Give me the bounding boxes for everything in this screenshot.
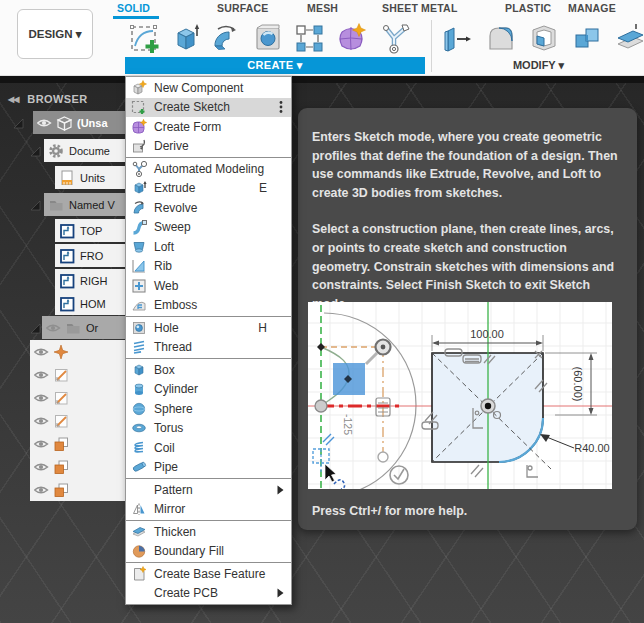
visibility-eye-icon[interactable] [33,439,49,449]
menu-item-label: Loft [154,240,291,254]
origin-point-icon [53,344,69,360]
browser-row[interactable] [30,478,127,501]
browser-row[interactable] [30,363,127,386]
menu-item-create-base-feature[interactable]: Create Base Feature [126,564,291,584]
menu-item-torus[interactable]: Torus [126,419,291,439]
shell-tool-button[interactable] [526,20,562,56]
tree-expander-icon[interactable] [29,144,42,157]
modify-panel-dropdown[interactable]: MODIFY ▾ [433,57,644,74]
menu-item-create-sketch[interactable]: Create Sketch [126,98,291,118]
menu-item-thicken[interactable]: Thicken [126,522,291,542]
extrude-tool-button[interactable] [168,20,204,56]
browser-row-or[interactable]: Or [42,316,127,339]
menu-item-revolve[interactable]: Revolve [126,198,291,218]
menu-item-create-pcb[interactable]: Create PCB [126,584,291,604]
browser-row[interactable] [30,340,127,363]
browser-row[interactable] [30,409,127,432]
menu-item-boundary-fill[interactable]: Boundary Fill [126,542,291,562]
menu-item-coil[interactable]: Coil [126,438,291,458]
visibility-eye-icon[interactable] [33,462,49,472]
visibility-eye-icon[interactable] [33,370,49,380]
browser-row[interactable] [30,386,127,409]
workspace-switcher-button[interactable]: DESIGN ▾ [17,9,93,59]
tab-sheet-metal[interactable]: SHEET METAL [382,2,458,17]
browser-row[interactable] [30,455,127,478]
menu-item-cylinder[interactable]: Cylinder [126,380,291,400]
menu-item-loft[interactable]: Loft [126,237,291,257]
menu-item-rib[interactable]: Rib [126,257,291,277]
fillet-tool-button[interactable] [483,20,519,56]
menu-item-create-form[interactable]: Create Form [126,117,291,137]
offset-dimension-label: -125 [342,414,354,435]
fusion-window: DESIGN ▾ SOLIDSURFACEMESHSHEET METALPLAS… [0,0,644,623]
menu-item-label: Revolve [154,201,291,215]
kebab-menu-icon[interactable] [278,100,284,114]
visibility-eye-icon[interactable] [33,416,49,426]
browser-row-top[interactable]: TOP [55,219,127,242]
named-view-icon [59,296,75,312]
visibility-eye-icon[interactable] [33,485,49,495]
tab-plastic[interactable]: PLASTIC [505,2,551,17]
browser-row-fro[interactable]: FRO [55,244,127,267]
create-panel-dropdown[interactable]: CREATE ▾ [125,57,425,74]
blank-icon [131,585,147,601]
menu-item-pipe[interactable]: Pipe [126,458,291,478]
browser-row-named-v[interactable]: Named V [44,193,127,216]
automated-modeling-tool-button[interactable] [376,20,412,56]
revolve-tool-button[interactable] [208,20,244,56]
menu-item-new-component[interactable]: New Component [126,78,291,98]
create-form-tool-button[interactable] [333,20,369,56]
menu-item-hole[interactable]: HoleH [126,318,291,338]
axis-icon [53,413,69,429]
browser-row-label: (Unsa [77,117,108,129]
tooltip-paragraph-1: Enters Sketch mode, where you create geo… [312,128,623,202]
create-sketch-tool-button[interactable] [127,20,163,56]
named-view-icon [59,273,75,289]
tree-expander-icon[interactable] [29,321,42,334]
menu-item-web[interactable]: Web [126,276,291,296]
tab-mesh[interactable]: MESH [307,2,338,17]
menu-item-label: Emboss [154,298,291,312]
visibility-eye-icon[interactable] [33,393,49,403]
tab-manage[interactable]: MANAGE [568,2,616,17]
rectangular-pattern-tool-button[interactable] [291,20,327,56]
menu-item-mirror[interactable]: Mirror [126,500,291,520]
offset-face-tool-button[interactable] [612,20,644,56]
menu-item-sphere[interactable]: Sphere [126,399,291,419]
menu-item-label: Box [154,363,291,377]
press-pull-tool-button[interactable] [440,20,476,56]
menu-item-sweep[interactable]: Sweep [126,218,291,238]
collapse-browser-icon[interactable]: ◀◀ [8,95,18,104]
create-form-icon [335,22,367,54]
menu-item-label: Mirror [154,502,291,516]
menu-item-extrude[interactable]: ExtrudeE [126,179,291,199]
browser-row-label: Named V [69,199,115,211]
tab-surface[interactable]: SURFACE [217,2,269,17]
visibility-eye-icon[interactable] [33,347,49,357]
tree-expander-icon[interactable] [12,116,25,129]
dim-arrow-left [432,341,439,346]
menu-item-emboss[interactable]: Emboss [126,296,291,316]
combine-tool-button[interactable] [570,20,606,56]
browser-panel-header[interactable]: ◀◀ BROWSER [8,90,88,108]
browser-row-units[interactable]: Units [55,166,127,189]
menu-item-automated-modeling[interactable]: Automated Modeling [126,159,291,179]
menu-item-box[interactable]: Box [126,360,291,380]
tree-expander-icon[interactable] [29,198,42,211]
browser-row-righ[interactable]: RIGH [55,269,127,292]
menu-item-derive[interactable]: Derive [126,137,291,157]
offset-face-icon [614,22,644,54]
browser-row-hom[interactable]: HOM [55,292,127,315]
tab-solid[interactable]: SOLID [117,2,150,17]
hole-tool-button[interactable] [250,20,286,56]
browser-row-unsa[interactable]: (Unsa [33,111,127,134]
menu-item-thread[interactable]: Thread [126,338,291,358]
browser-row-docume[interactable]: Docume [44,139,127,162]
menu-separator [126,562,291,563]
visibility-eye-icon[interactable] [36,118,52,128]
new-component-icon [131,80,147,96]
width-dimension-label: 100.00 [470,328,504,340]
visibility-eye-icon[interactable] [45,323,61,333]
browser-row[interactable] [30,432,127,455]
menu-item-pattern[interactable]: Pattern [126,480,291,500]
